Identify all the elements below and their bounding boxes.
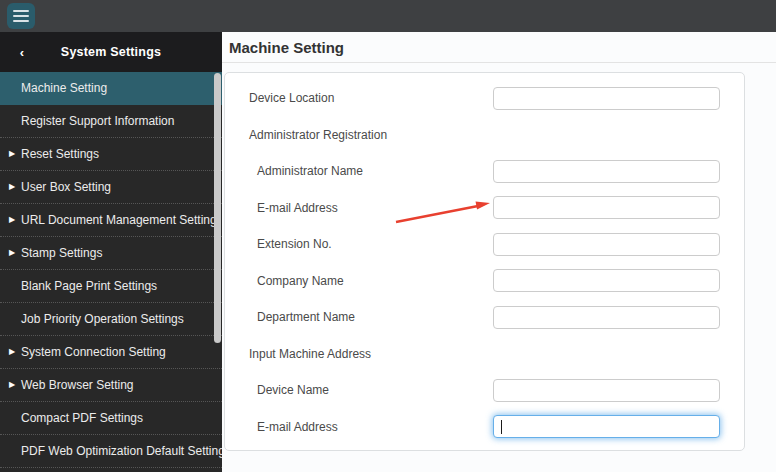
settings-card: Device LocationAdministrator Registratio…: [224, 72, 745, 451]
field-label-company-name: Company Name: [225, 274, 493, 288]
back-chevron-icon[interactable]: ‹: [10, 32, 34, 72]
sidebar-item-label: Web Browser Setting: [21, 378, 134, 392]
sidebar-item-label: Machine Setting: [21, 81, 107, 95]
section-label-input-machine-address: Input Machine Address: [225, 347, 744, 361]
expand-arrow-icon: ▶: [9, 138, 15, 170]
content-header: Machine Setting: [222, 32, 776, 63]
expand-arrow-icon: ▶: [9, 204, 15, 236]
sidebar-item-label: Blank Page Print Settings: [21, 279, 157, 293]
field-label-department-name: Department Name: [225, 310, 493, 324]
text-caret: [501, 420, 502, 434]
expand-arrow-icon: ▶: [9, 336, 15, 368]
input-device-name-machine[interactable]: [493, 379, 720, 402]
sidebar-item-label: System Connection Setting: [21, 345, 166, 359]
input-device-location[interactable]: [493, 87, 720, 110]
sidebar-item-machine-setting[interactable]: Machine Setting: [0, 72, 222, 105]
sidebar-item-system-connection-setting[interactable]: ▶System Connection Setting: [0, 336, 222, 369]
input-extension-no[interactable]: [493, 233, 720, 256]
sidebar-item-label: Stamp Settings: [21, 246, 102, 260]
main-content: Machine Setting Device LocationAdministr…: [222, 32, 776, 472]
input-e-mail-address-machine[interactable]: [493, 415, 720, 438]
field-label-e-mail-address: E-mail Address: [225, 201, 493, 215]
sidebar-item-url-document-management-setting[interactable]: ▶URL Document Management Setting: [0, 204, 222, 237]
top-bar: [0, 0, 776, 32]
section-label-administrator-registration: Administrator Registration: [225, 128, 744, 142]
page-title: Machine Setting: [229, 39, 344, 56]
sidebar-item-label: Register Support Information: [21, 114, 174, 128]
sidebar-item-pdf-web-optimization-default-settings[interactable]: PDF Web Optimization Default Settings: [0, 435, 222, 468]
sidebar-header: ‹ System Settings: [0, 32, 222, 72]
sidebar-item-label: URL Document Management Setting: [21, 213, 217, 227]
sidebar-item-web-browser-setting[interactable]: ▶Web Browser Setting: [0, 369, 222, 402]
sidebar-menu: Machine SettingRegister Support Informat…: [0, 72, 222, 468]
field-label-device-name: Device Name: [225, 383, 493, 397]
sidebar-item-label: Compact PDF Settings: [21, 411, 143, 425]
input-administrator-name[interactable]: [493, 160, 720, 183]
sidebar: ‹ System Settings Machine SettingRegiste…: [0, 32, 222, 472]
sidebar-item-label: User Box Setting: [21, 180, 111, 194]
sidebar-item-blank-page-print-settings[interactable]: Blank Page Print Settings: [0, 270, 222, 303]
sidebar-scrollbar-thumb[interactable]: [214, 73, 221, 343]
sidebar-item-stamp-settings[interactable]: ▶Stamp Settings: [0, 237, 222, 270]
expand-arrow-icon: ▶: [9, 237, 15, 269]
sidebar-item-reset-settings[interactable]: ▶Reset Settings: [0, 138, 222, 171]
sidebar-title: System Settings: [61, 45, 161, 59]
field-label-administrator-name: Administrator Name: [225, 164, 493, 178]
app-window: ‹ System Settings Machine SettingRegiste…: [0, 0, 776, 472]
sidebar-item-job-priority-operation-settings[interactable]: Job Priority Operation Settings: [0, 303, 222, 336]
sidebar-item-label: Reset Settings: [21, 147, 99, 161]
sidebar-item-compact-pdf-settings[interactable]: Compact PDF Settings: [0, 402, 222, 435]
input-department-name[interactable]: [493, 306, 720, 329]
sidebar-item-user-box-setting[interactable]: ▶User Box Setting: [0, 171, 222, 204]
sidebar-item-label: PDF Web Optimization Default Settings: [21, 444, 231, 458]
field-label-extension-no: Extension No.: [225, 237, 493, 251]
input-e-mail-address[interactable]: [493, 196, 720, 219]
expand-arrow-icon: ▶: [9, 171, 15, 203]
expand-arrow-icon: ▶: [9, 369, 15, 401]
sidebar-item-register-support-information[interactable]: Register Support Information: [0, 105, 222, 138]
field-label-device-location: Device Location: [225, 91, 493, 105]
sidebar-item-label: Job Priority Operation Settings: [21, 312, 184, 326]
input-company-name[interactable]: [493, 269, 720, 292]
field-label-e-mail-address: E-mail Address: [225, 420, 493, 434]
menu-button[interactable]: [7, 3, 35, 29]
